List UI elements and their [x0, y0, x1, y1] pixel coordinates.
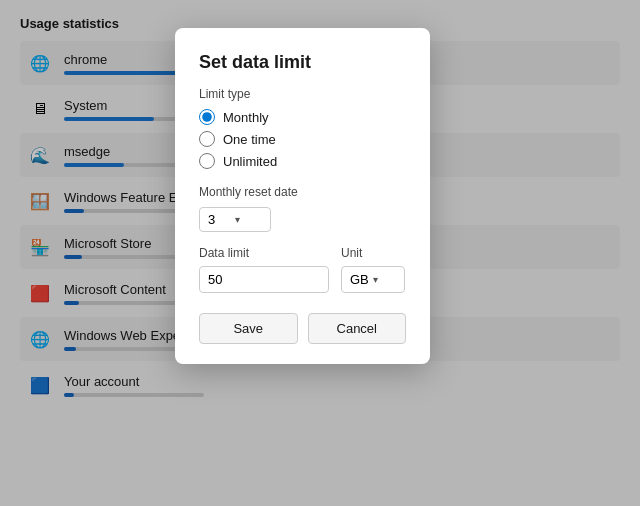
limit-type-label: Limit type	[199, 87, 406, 101]
radio-monthly-input[interactable]	[199, 109, 215, 125]
monthly-reset-date-select[interactable]: 3 ▾	[199, 207, 271, 232]
monthly-reset-label: Monthly reset date	[199, 185, 406, 199]
radio-one-time[interactable]: One time	[199, 131, 406, 147]
set-data-limit-dialog: Set data limit Limit type Monthly One ti…	[175, 28, 430, 364]
data-limit-row: Data limit Unit GB ▾	[199, 246, 406, 293]
radio-unlimited[interactable]: Unlimited	[199, 153, 406, 169]
limit-type-radio-group: Monthly One time Unlimited	[199, 109, 406, 169]
radio-one-time-input[interactable]	[199, 131, 215, 147]
data-limit-col: Data limit	[199, 246, 329, 293]
unit-chevron-icon: ▾	[373, 274, 396, 285]
monthly-reset-date-value: 3	[208, 212, 235, 227]
data-limit-label: Data limit	[199, 246, 329, 260]
modal-title: Set data limit	[199, 52, 406, 73]
chevron-down-icon: ▾	[235, 214, 262, 225]
save-button[interactable]: Save	[199, 313, 298, 344]
unit-value: GB	[350, 272, 373, 287]
radio-unlimited-input[interactable]	[199, 153, 215, 169]
radio-one-time-label: One time	[223, 132, 276, 147]
radio-monthly[interactable]: Monthly	[199, 109, 406, 125]
data-limit-input[interactable]	[199, 266, 329, 293]
unit-col: Unit GB ▾	[341, 246, 405, 293]
unit-label: Unit	[341, 246, 405, 260]
modal-actions: Save Cancel	[199, 313, 406, 344]
radio-unlimited-label: Unlimited	[223, 154, 277, 169]
cancel-button[interactable]: Cancel	[308, 313, 407, 344]
unit-select[interactable]: GB ▾	[341, 266, 405, 293]
radio-monthly-label: Monthly	[223, 110, 269, 125]
